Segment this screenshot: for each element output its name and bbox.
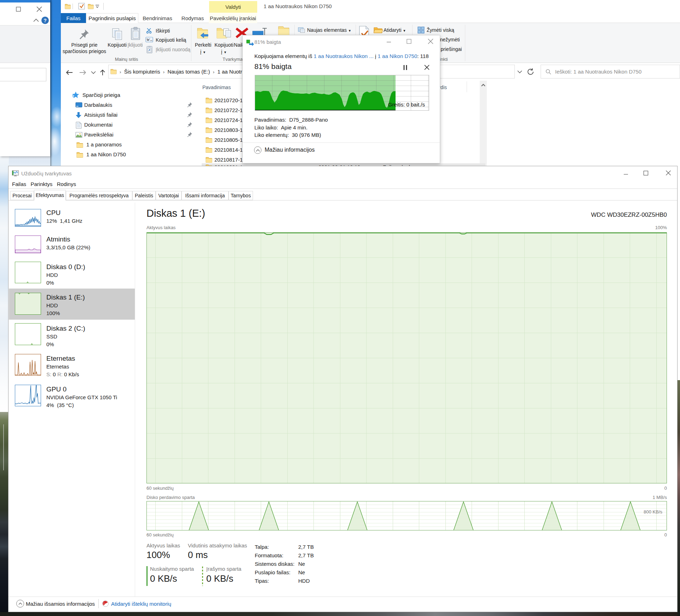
svg-text:Greitis: 0 bait./s: Greitis: 0 bait./s xyxy=(388,101,425,107)
svg-text:W: W xyxy=(146,37,150,42)
